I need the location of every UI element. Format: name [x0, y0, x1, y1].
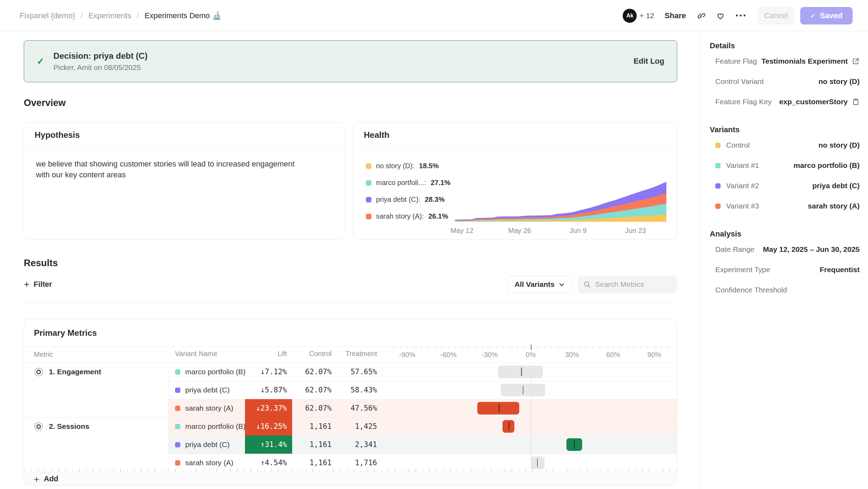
axis-minor-tick — [448, 346, 449, 350]
favorite-heart-icon[interactable] — [716, 11, 725, 20]
variant-color-swatch — [175, 406, 180, 411]
legend-item: marco portfoli...: 27.1% — [366, 179, 454, 187]
variant-color-swatch — [715, 143, 721, 148]
legend-label: priya debt (C): — [376, 196, 420, 204]
details-heading: Details — [710, 41, 860, 51]
metric-target-icon — [34, 422, 43, 431]
variant-row-2: Variant #2 priya debt (C) — [710, 176, 860, 196]
decision-title: Decision: priya debt (C) — [53, 51, 147, 61]
decision-byline: Picker, Amit on 08/05/2025 — [53, 63, 147, 72]
cancel-button[interactable]: Cancel — [758, 7, 794, 24]
edit-log-button[interactable]: Edit Log — [634, 57, 664, 66]
saved-button[interactable]: ✓ Saved — [800, 7, 853, 24]
axis-minor-tick — [661, 346, 661, 350]
axis-minor-tick — [620, 346, 620, 350]
analysis-row-confidence-threshold: Confidence Threshold — [710, 280, 860, 300]
breadcrumb: Fixpanel {demo} / Experiments / Experime… — [20, 11, 222, 20]
treatment-value: 1,425 — [337, 417, 382, 435]
metric-name[interactable]: 1. Engagement — [49, 368, 101, 376]
hypothesis-title: Hypothesis — [24, 123, 344, 147]
table-row[interactable]: priya debt (C) ↓5.87% 62.07% 58.43% — [24, 381, 677, 399]
hypothesis-body[interactable]: we believe that showing customer stories… — [24, 147, 318, 191]
table-row[interactable]: sarah story (A) ↑4.54% 1,161 1,716 — [24, 454, 677, 472]
axis-minor-tick — [497, 346, 497, 350]
metric-target-icon — [34, 367, 43, 377]
check-icon: ✓ — [810, 12, 816, 20]
analysis-heading: Analysis — [710, 229, 860, 239]
lift-point-marker — [537, 459, 538, 467]
analysis-section: Analysis Date Range May 12, 2025 – Jun 3… — [710, 229, 860, 300]
details-section: Details Feature Flag Testimonials Experi… — [710, 41, 860, 112]
control-value: 1,161 — [292, 454, 337, 472]
lift-value: ↑31.4% — [245, 435, 292, 454]
variant-color-swatch — [366, 197, 371, 203]
variant-color-swatch — [175, 424, 180, 429]
table-row[interactable]: 2. Sessions marco portfolio (B) ↓16.25% … — [24, 417, 677, 435]
axis-minor-tick — [668, 346, 668, 350]
column-header-treatment: Treatment — [337, 350, 382, 358]
lift-point-marker — [574, 440, 575, 449]
confidence-interval-cell — [392, 435, 671, 454]
column-header-lift: Lift — [245, 350, 292, 358]
search-metrics-input[interactable] — [595, 280, 665, 289]
axis-minor-tick — [455, 346, 456, 350]
axis-minor-tick — [462, 346, 463, 350]
external-link-icon[interactable] — [852, 57, 860, 65]
share-button[interactable]: Share — [665, 11, 686, 20]
legend-value: 26.1% — [428, 212, 448, 220]
add-filter-button[interactable]: + Filter — [24, 279, 52, 289]
axis-minor-tick — [414, 346, 414, 350]
table-row[interactable]: 1. Engagement marco portfolio (B) ↓7.12%… — [24, 363, 677, 381]
treatment-value: 2,341 — [337, 435, 382, 454]
saved-button-label: Saved — [820, 11, 842, 20]
more-options-button[interactable]: ••• — [736, 12, 747, 20]
search-metrics-box[interactable] — [578, 276, 677, 293]
decision-check-icon: ✓ — [37, 56, 44, 67]
detail-row-feature-flag: Feature Flag Testimonials Experiment — [710, 51, 860, 71]
copy-link-icon[interactable] — [696, 11, 706, 20]
table-row[interactable]: sarah story (A) ↓23.37% 62.07% 47.56% — [24, 399, 677, 417]
variant-color-swatch — [175, 369, 180, 375]
lift-value: ↓23.37% — [245, 399, 292, 417]
axis-minor-tick — [510, 346, 511, 350]
lift-value: ↓7.12% — [245, 363, 292, 381]
variant-row-1: Variant #1 marco portfolio (B) — [710, 155, 860, 176]
health-x-tick-label: May 26 — [508, 227, 531, 235]
add-metric-label: Add — [44, 475, 58, 483]
lift-value: ↑4.54% — [245, 454, 292, 472]
axis-minor-tick — [613, 346, 614, 350]
axis-minor-tick — [428, 346, 428, 350]
metrics-table-body: 1. Engagement marco portfolio (B) ↓7.12%… — [24, 363, 677, 472]
health-x-tick — [578, 222, 578, 226]
axis-minor-tick — [476, 346, 476, 350]
experiment-dashboard-page: { "colors": { "accent_saved": "#aca6f2",… — [0, 0, 868, 489]
health-stacked-area-chart: May 12May 26Jun 9Jun 23 — [455, 180, 666, 236]
breadcrumb-project[interactable]: Fixpanel {demo} — [20, 11, 75, 20]
axis-minor-tick — [558, 346, 559, 350]
axis-tick-label: 60% — [606, 351, 620, 359]
avatar[interactable]: Ak — [623, 9, 637, 23]
add-metric-button[interactable]: + Add — [24, 472, 677, 486]
health-x-tick-label: Jun 9 — [570, 227, 587, 235]
metric-name[interactable]: 2. Sessions — [49, 422, 89, 431]
variant-color-swatch — [175, 460, 180, 466]
lift-value: ↓16.25% — [245, 417, 292, 435]
variant-color-swatch — [366, 214, 371, 219]
chevron-down-icon — [559, 282, 565, 288]
table-row[interactable]: priya debt (C) ↑31.4% 1,161 2,341 — [24, 435, 677, 454]
axis-minor-tick — [634, 346, 634, 350]
analysis-row-experiment-type: Experiment Type Frequentist — [710, 260, 860, 280]
legend-item: priya debt (C): 28.3% — [366, 196, 454, 204]
treatment-value: 1,716 — [337, 454, 382, 472]
variant-filter-dropdown[interactable]: All Variants — [507, 276, 572, 293]
confidence-interval-cell — [392, 381, 671, 399]
primary-metrics-title: Primary Metrics — [24, 319, 677, 347]
treatment-value: 58.43% — [337, 381, 382, 399]
axis-minor-tick — [641, 346, 641, 350]
collaborator-count[interactable]: + 12 — [639, 12, 654, 20]
copy-icon[interactable] — [852, 98, 860, 106]
axis-minor-tick — [538, 346, 538, 350]
axis-minor-tick — [544, 346, 545, 350]
axis-minor-tick — [579, 346, 579, 350]
breadcrumb-experiments[interactable]: Experiments — [88, 11, 131, 20]
